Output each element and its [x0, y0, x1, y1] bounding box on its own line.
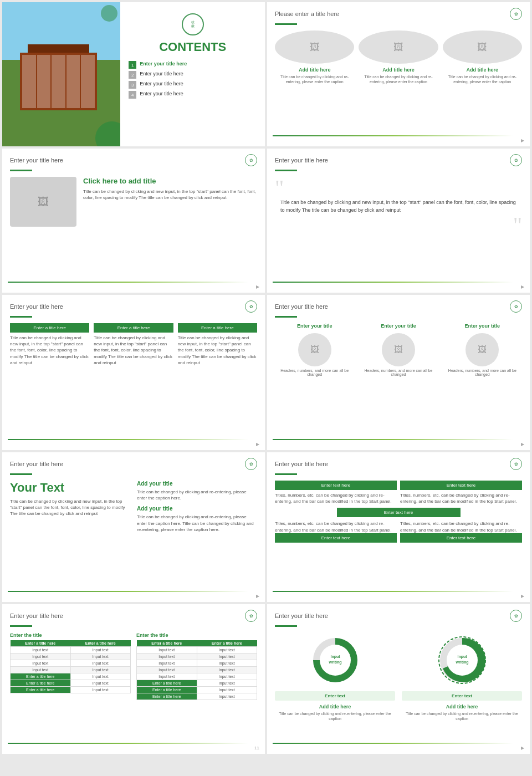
cell: Input text: [197, 680, 257, 687]
btn-desc-2: Title can be changed by clicking and new…: [94, 335, 173, 366]
cell: Input text: [11, 667, 71, 673]
green-button-2[interactable]: Enter a title here: [94, 323, 173, 333]
cell: Input text: [197, 654, 257, 660]
cell: Input text: [70, 654, 131, 660]
btn-2[interactable]: Enter text here: [400, 481, 522, 490]
btn-5[interactable]: Enter text here: [400, 533, 522, 543]
icon-circle-3: 🖼: [466, 333, 499, 366]
item-num: 1: [129, 61, 136, 69]
header-logo: ✿: [510, 458, 522, 470]
icon-title-2: Enter your title: [359, 323, 438, 329]
table-row: Input textInput text: [137, 654, 257, 660]
btn-desc-1: Title can be changed by clicking and new…: [10, 335, 89, 366]
item-text: Enter your title here: [140, 81, 183, 86]
header-title: Enter your title here: [10, 303, 63, 310]
bottom-accent: [8, 591, 248, 592]
list-item: 1 Enter your title here: [129, 61, 257, 69]
slide-header: Enter your title here ✿: [267, 149, 530, 170]
left-col: Your Text Title can be changed by clicki…: [10, 481, 130, 533]
cell: Input text: [197, 667, 257, 673]
card-title-1: Add title here: [275, 67, 354, 73]
slide-number: ▶: [521, 284, 524, 289]
list-item: 2 Enter your title here: [129, 71, 257, 79]
desc-2: Titles, numbers, etc. can be changed by …: [400, 492, 522, 504]
bottom-accent: [273, 743, 513, 744]
header-logo: ✿: [245, 610, 257, 622]
icon-title-1: Enter your title: [275, 323, 354, 329]
merged-cell: Enter a title here: [137, 680, 197, 687]
slide-header: Please enter a title here ✿: [267, 2, 530, 23]
bottom-accent: [8, 282, 248, 283]
cell: Input text: [11, 647, 71, 654]
merged-cell: Enter a title here: [11, 673, 71, 680]
school-logo: 校徽: [182, 13, 204, 35]
header-logo: ✿: [510, 300, 522, 313]
green-button-1[interactable]: Enter a title here: [10, 323, 89, 333]
pie-svg-2: Input writing: [434, 632, 490, 688]
cell: Input text: [137, 667, 197, 673]
header-logo: ✿: [245, 300, 257, 313]
merged-cell: Enter a title here: [11, 680, 71, 687]
btn-4[interactable]: Enter text here: [275, 533, 397, 543]
btn-desc-3: Title can be changed by clicking and new…: [178, 335, 257, 366]
header-title: Enter your title here: [275, 612, 328, 619]
btn-item-2: Enter a title here Title can be changed …: [94, 323, 173, 366]
table-row: Enter a title here Input text: [137, 687, 257, 693]
svg-text:Input: Input: [330, 655, 340, 659]
cell: Input text: [70, 660, 131, 667]
pie-svg-1: Input writing: [308, 632, 363, 688]
table-1-data: Enter a title here Enter a title here In…: [10, 640, 131, 693]
cell: Input text: [11, 654, 71, 660]
item-num: 3: [129, 81, 136, 89]
btn-1[interactable]: Enter text here: [275, 481, 397, 490]
cell: Input text: [197, 693, 257, 700]
image-card-2: 🖼 Add title here Title can be changed by…: [359, 30, 438, 84]
card-desc-2: Title can be changed by clicking and re-…: [359, 74, 438, 84]
image-placeholder-2: 🖼: [359, 30, 438, 64]
quote-close: ": [275, 214, 522, 236]
icon-desc-3: Headers, numbers, and more can all be ch…: [443, 369, 522, 376]
merged-cell: Enter a title here: [137, 687, 197, 693]
table-row: Input textInput text: [11, 647, 131, 654]
table-row: Input textInput text: [137, 667, 257, 673]
accent-line: [275, 473, 297, 475]
bottom-row: Titles, numbers, etc. can be changed by …: [275, 520, 522, 544]
cell: Input text: [197, 673, 257, 680]
accent-line: [10, 473, 32, 475]
green-button-3[interactable]: Enter a title here: [178, 323, 257, 333]
btn-3[interactable]: Enter text here: [337, 508, 461, 517]
slide-header: Enter your title here ✿: [2, 295, 265, 316]
item-num: 2: [129, 71, 136, 79]
slide-7: Enter your title here ✿ Your Text Title …: [2, 452, 265, 602]
chart-center-text-1: Enter text: [275, 691, 395, 701]
col-header-1: Enter a title here: [11, 640, 71, 647]
click-title: Click here to add title: [83, 177, 257, 185]
col-header-2: Enter a title here: [197, 640, 257, 647]
text-area: Click here to add title Title can be cha…: [83, 177, 257, 227]
header-logo: ✿: [510, 154, 522, 166]
top-row: Enter text here Titles, numbers, etc. ca…: [275, 481, 522, 504]
slide-number: ▶: [521, 442, 524, 447]
image-placeholder-1: 🖼: [275, 30, 354, 64]
svg-text:writing: writing: [455, 660, 468, 665]
chart-1: Input writing Enter text Add title here …: [275, 632, 395, 721]
slide-right-content: 校徽 CONTENTS 1 Enter your title here 2 En…: [120, 2, 265, 146]
slide-4: Enter your title here ✿ " Title can be c…: [267, 149, 530, 293]
buttons-container: Enter a title here Title can be changed …: [2, 323, 265, 374]
pie-chart-1: Input writing: [308, 632, 363, 688]
bottom-accent: [273, 591, 513, 592]
desc-3: Titles, numbers, etc. can be changed by …: [275, 520, 397, 533]
table-row: Input textInput text: [11, 654, 131, 660]
slide-left-image: [2, 2, 120, 146]
center-row: Enter text here: [275, 508, 522, 517]
logo-area: 校徽: [129, 13, 257, 35]
header-logo: ✿: [245, 154, 257, 166]
body-text: Title can be changed by clicking and new…: [83, 188, 257, 201]
slide-number: ▶: [521, 594, 524, 599]
slide-6: Enter your title here ✿ Enter your title…: [267, 295, 530, 450]
quote-text: Title can be changed by clicking and new…: [275, 199, 522, 214]
slide-number: ▶: [256, 442, 259, 447]
cell: Input text: [70, 647, 131, 654]
bottom-left: Titles, numbers, etc. can be changed by …: [275, 520, 397, 544]
table-2-data: Enter a title here Enter a title here In…: [136, 640, 257, 700]
